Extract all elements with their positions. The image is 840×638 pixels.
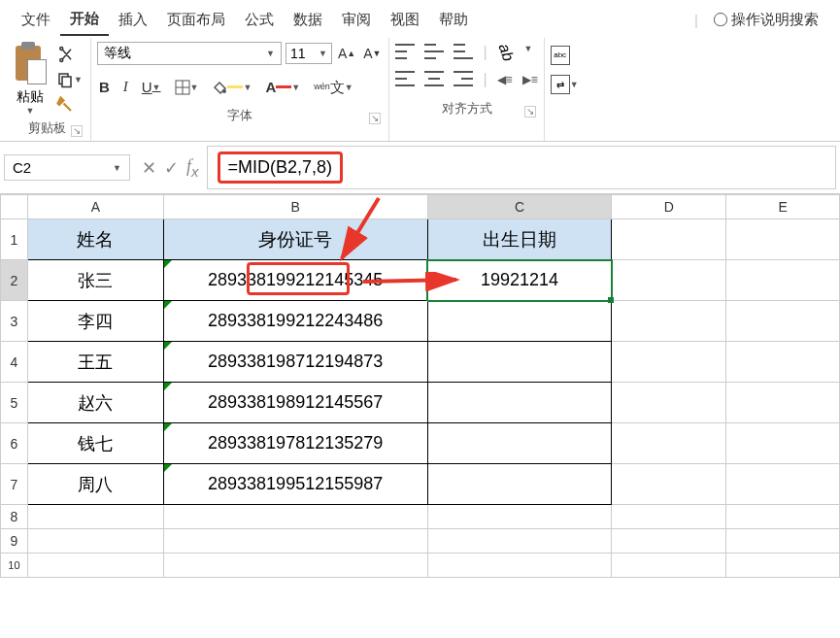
merge-button[interactable]: ⇄ ▼ bbox=[551, 75, 579, 94]
cell-E7[interactable] bbox=[726, 464, 840, 505]
underline-button[interactable]: U ▼ bbox=[142, 79, 161, 95]
row-header-10[interactable]: 10 bbox=[1, 554, 28, 578]
tab-page-layout[interactable]: 页面布局 bbox=[157, 5, 235, 35]
fx-icon[interactable]: fx bbox=[186, 156, 199, 180]
borders-button[interactable]: ▼ bbox=[175, 80, 199, 95]
orientation-button[interactable]: ab bbox=[494, 42, 517, 64]
align-top-button[interactable] bbox=[395, 44, 415, 59]
col-header-E[interactable]: E bbox=[726, 195, 840, 219]
tab-data[interactable]: 数据 bbox=[284, 5, 332, 35]
format-painter-button[interactable] bbox=[56, 96, 83, 114]
cell-E3[interactable] bbox=[726, 301, 840, 342]
row-header-2[interactable]: 2 bbox=[1, 260, 28, 301]
cell-B7[interactable]: 289338199512155987 bbox=[163, 464, 427, 505]
font-name-select[interactable]: 等线▼ bbox=[97, 42, 282, 65]
align-right-button[interactable] bbox=[454, 71, 473, 86]
cell-E9[interactable] bbox=[726, 529, 840, 554]
cell-A2[interactable]: 张三 bbox=[27, 260, 163, 301]
phonetic-button[interactable]: wén文 ▼ bbox=[314, 80, 353, 94]
font-launcher[interactable]: ↘ bbox=[369, 113, 381, 124]
decrease-font-button[interactable]: A▼ bbox=[361, 46, 383, 61]
row-header-8[interactable]: 8 bbox=[1, 505, 28, 529]
decrease-indent-button[interactable]: ◀≡ bbox=[497, 71, 513, 88]
paste-dropdown-icon[interactable]: ▼ bbox=[14, 106, 47, 116]
spreadsheet-grid[interactable]: A B C D E 1 姓名 身份证号 出生日期 2 张三 2893381992… bbox=[0, 194, 840, 578]
cell-A4[interactable]: 王五 bbox=[27, 342, 163, 383]
cell-B3[interactable]: 289338199212243486 bbox=[163, 301, 427, 342]
cell-D7[interactable] bbox=[612, 464, 726, 505]
cell-C6[interactable] bbox=[427, 423, 612, 464]
row-header-4[interactable]: 4 bbox=[1, 342, 28, 383]
cut-button[interactable] bbox=[56, 46, 83, 63]
cell-C3[interactable] bbox=[427, 301, 612, 342]
tell-me[interactable]: 操作说明搜索 bbox=[704, 5, 828, 35]
cell-E8[interactable] bbox=[726, 505, 840, 529]
tab-insert[interactable]: 插入 bbox=[109, 5, 157, 35]
cell-A6[interactable]: 钱七 bbox=[27, 423, 163, 464]
cell-B4[interactable]: 289338198712194873 bbox=[163, 342, 427, 383]
cell-C2[interactable]: 19921214 bbox=[427, 260, 612, 301]
cell-C10[interactable] bbox=[427, 554, 612, 578]
font-size-select[interactable]: 11▼ bbox=[286, 43, 332, 64]
italic-button[interactable]: I bbox=[123, 79, 128, 95]
row-header-3[interactable]: 3 bbox=[1, 301, 28, 342]
cell-A3[interactable]: 李四 bbox=[27, 301, 163, 342]
cell-C8[interactable] bbox=[427, 505, 612, 529]
alignment-launcher[interactable]: ↘ bbox=[524, 106, 536, 118]
cell-C1[interactable]: 出生日期 bbox=[427, 219, 612, 260]
cell-E6[interactable] bbox=[726, 423, 840, 464]
wrap-text-button[interactable]: abc bbox=[551, 46, 570, 65]
cell-E2[interactable] bbox=[726, 260, 840, 301]
name-box[interactable]: C2▼ bbox=[4, 154, 130, 181]
cell-B9[interactable] bbox=[163, 529, 427, 554]
tab-home[interactable]: 开始 bbox=[60, 4, 109, 36]
cell-E5[interactable] bbox=[726, 383, 840, 423]
cancel-formula-button[interactable]: ✕ bbox=[142, 157, 156, 179]
col-header-C[interactable]: C bbox=[427, 195, 612, 219]
row-header-6[interactable]: 6 bbox=[1, 423, 28, 464]
accept-formula-button[interactable]: ✓ bbox=[164, 157, 179, 179]
cell-D4[interactable] bbox=[612, 342, 726, 383]
copy-button[interactable]: ▼ bbox=[56, 71, 83, 88]
select-all-corner[interactable] bbox=[1, 195, 28, 219]
col-header-B[interactable]: B bbox=[163, 195, 427, 219]
row-header-5[interactable]: 5 bbox=[1, 383, 28, 423]
cell-A1[interactable]: 姓名 bbox=[27, 219, 163, 260]
cell-D6[interactable] bbox=[612, 423, 726, 464]
cell-B5[interactable]: 289338198912145567 bbox=[163, 383, 427, 423]
row-header-9[interactable]: 9 bbox=[1, 529, 28, 554]
row-header-7[interactable]: 7 bbox=[1, 464, 28, 505]
align-middle-button[interactable] bbox=[424, 44, 444, 59]
cell-A10[interactable] bbox=[27, 554, 163, 578]
cell-D8[interactable] bbox=[612, 505, 726, 529]
tab-formulas[interactable]: 公式 bbox=[235, 5, 284, 35]
cell-B10[interactable] bbox=[163, 554, 427, 578]
clipboard-launcher[interactable]: ↘ bbox=[71, 125, 83, 137]
cell-E10[interactable] bbox=[726, 554, 840, 578]
cell-C5[interactable] bbox=[427, 383, 612, 423]
cell-D2[interactable] bbox=[612, 260, 726, 301]
cell-D5[interactable] bbox=[612, 383, 726, 423]
cell-E4[interactable] bbox=[726, 342, 840, 383]
cell-B1[interactable]: 身份证号 bbox=[163, 219, 427, 260]
tab-review[interactable]: 审阅 bbox=[332, 5, 381, 35]
cell-B6[interactable]: 289338197812135279 bbox=[163, 423, 427, 464]
col-header-A[interactable]: A bbox=[27, 195, 163, 219]
cell-C9[interactable] bbox=[427, 529, 612, 554]
formula-input[interactable]: =MID(B2,7,8) bbox=[207, 146, 836, 189]
cell-D3[interactable] bbox=[612, 301, 726, 342]
cell-D10[interactable] bbox=[612, 554, 726, 578]
increase-font-button[interactable]: A▲ bbox=[336, 46, 357, 61]
tab-help[interactable]: 帮助 bbox=[429, 5, 478, 35]
cell-C4[interactable] bbox=[427, 342, 612, 383]
align-left-button[interactable] bbox=[395, 71, 415, 86]
cell-A5[interactable]: 赵六 bbox=[27, 383, 163, 423]
row-header-1[interactable]: 1 bbox=[1, 219, 28, 260]
cell-A9[interactable] bbox=[27, 529, 163, 554]
align-center-button[interactable] bbox=[424, 71, 444, 86]
tab-file[interactable]: 文件 bbox=[12, 5, 60, 35]
cell-C7[interactable] bbox=[427, 464, 612, 505]
fill-color-button[interactable]: ▼ bbox=[212, 80, 252, 95]
cell-E1[interactable] bbox=[726, 219, 840, 260]
tab-view[interactable]: 视图 bbox=[381, 5, 429, 35]
